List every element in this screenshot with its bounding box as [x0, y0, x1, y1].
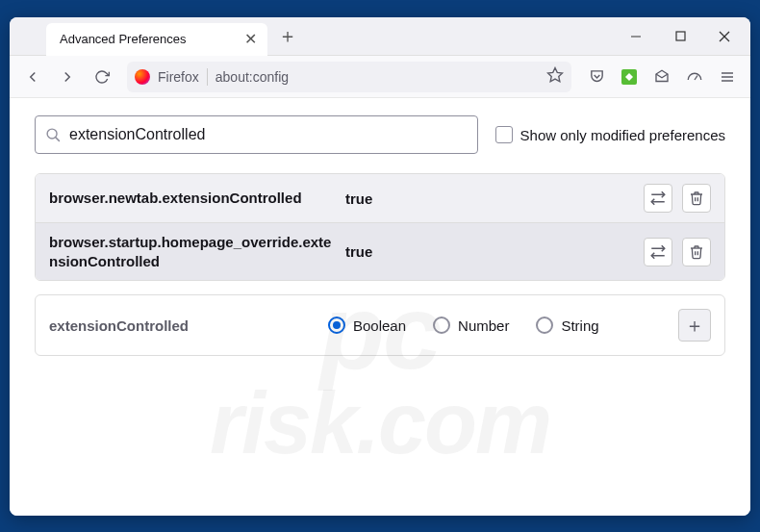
- prefs-table: browser.newtab.extensionControlled true …: [35, 173, 725, 281]
- pocket-icon[interactable]: [581, 62, 612, 92]
- about-config-content: Show only modified preferences browser.n…: [10, 98, 750, 516]
- checkbox-icon: [495, 126, 513, 143]
- search-input[interactable]: [69, 126, 468, 143]
- pref-row: browser.newtab.extensionControlled true: [36, 174, 724, 223]
- close-tab-icon[interactable]: ✕: [244, 32, 257, 47]
- window-controls: [614, 17, 747, 56]
- minimize-button[interactable]: [614, 17, 658, 56]
- radio-label: String: [561, 317, 598, 334]
- new-pref-name: extensionControlled: [49, 317, 318, 334]
- tab-title: Advanced Preferences: [60, 32, 187, 46]
- back-button[interactable]: [17, 62, 48, 92]
- url-text: about:config: [215, 69, 539, 85]
- radio-icon: [328, 317, 345, 334]
- url-bar[interactable]: Firefox about:config: [127, 62, 571, 92]
- svg-rect-1: [676, 32, 685, 40]
- radio-label: Boolean: [353, 317, 406, 334]
- reload-button[interactable]: [87, 62, 117, 92]
- toggle-button[interactable]: [644, 238, 672, 266]
- search-box[interactable]: [35, 115, 478, 154]
- search-icon: [45, 127, 62, 143]
- pref-value: true: [345, 190, 636, 207]
- pref-name: browser.newtab.extensionControlled: [49, 189, 338, 208]
- delete-button[interactable]: [682, 238, 711, 266]
- identity-label: Firefox: [158, 69, 199, 85]
- row-actions: [644, 184, 711, 213]
- extension-icon[interactable]: [614, 62, 645, 92]
- show-modified-label: Show only modified preferences: [520, 127, 725, 143]
- search-row: Show only modified preferences: [35, 115, 725, 154]
- hamburger-menu-icon[interactable]: [712, 62, 743, 92]
- delete-button[interactable]: [682, 184, 711, 213]
- maximize-button[interactable]: [658, 17, 702, 56]
- mail-icon[interactable]: [646, 62, 677, 92]
- svg-line-5: [695, 75, 697, 80]
- pref-name: browser.startup.homepage_override.extens…: [49, 233, 338, 270]
- gauge-icon[interactable]: [679, 62, 710, 92]
- urlbar-divider: [207, 68, 208, 86]
- add-pref-button[interactable]: ＋: [678, 309, 711, 342]
- radio-string[interactable]: String: [536, 317, 598, 334]
- close-window-button[interactable]: [702, 17, 747, 56]
- show-modified-checkbox[interactable]: Show only modified preferences: [495, 126, 725, 143]
- radio-boolean[interactable]: Boolean: [328, 317, 406, 334]
- browser-window: Advanced Preferences ✕ ＋ Fi: [10, 17, 750, 516]
- firefox-logo-icon: [135, 69, 150, 85]
- bookmark-star-icon[interactable]: [546, 66, 564, 88]
- radio-number[interactable]: Number: [433, 317, 509, 334]
- new-tab-button[interactable]: ＋: [273, 22, 302, 51]
- pref-value: true: [345, 243, 636, 260]
- new-pref-row: extensionControlled Boolean Number Strin…: [35, 294, 725, 356]
- radio-icon: [433, 317, 450, 334]
- nav-toolbar: Firefox about:config: [10, 56, 750, 98]
- radio-label: Number: [458, 317, 509, 334]
- titlebar: Advanced Preferences ✕ ＋: [10, 17, 750, 56]
- svg-marker-4: [548, 67, 563, 81]
- radio-icon: [536, 317, 553, 334]
- tab-advanced-preferences[interactable]: Advanced Preferences ✕: [46, 23, 267, 56]
- svg-point-9: [47, 129, 57, 139]
- toggle-button[interactable]: [644, 184, 672, 213]
- forward-button[interactable]: [52, 62, 83, 92]
- row-actions: [644, 238, 711, 266]
- pref-row: browser.startup.homepage_override.extens…: [36, 223, 724, 280]
- svg-line-10: [56, 137, 60, 140]
- type-radio-group: Boolean Number String: [328, 317, 669, 334]
